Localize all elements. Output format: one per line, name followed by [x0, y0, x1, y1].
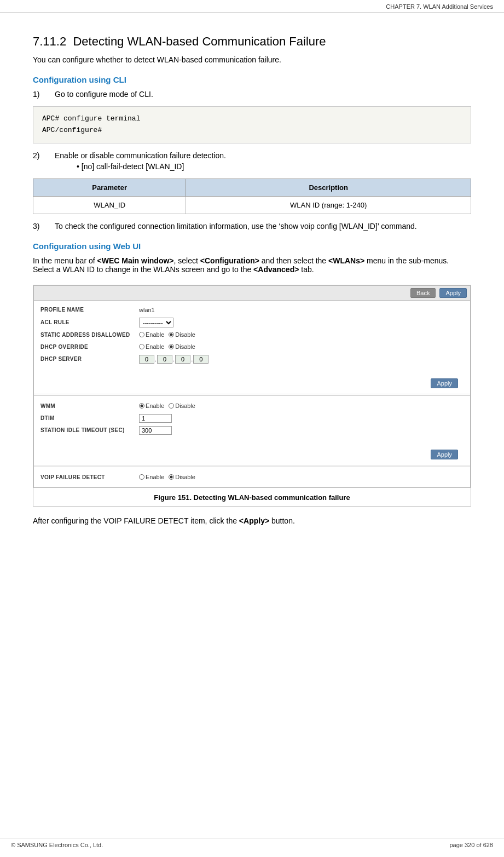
table-header-desc: Description — [186, 179, 471, 196]
wmm-enable-label: Enable — [146, 402, 164, 409]
static-addr-disable-radio[interactable] — [169, 332, 174, 337]
dhcp-server-label: DHCP SERVER — [40, 356, 139, 362]
voip-disable[interactable]: Disable — [169, 474, 195, 480]
ip-input-group: . . . — [139, 355, 208, 364]
section-title: 7.11.2 Detecting WLAN-based Communicatio… — [33, 34, 471, 49]
dhcp-override-disable-radio[interactable] — [169, 344, 174, 349]
static-addr-disable-label: Disable — [175, 331, 195, 338]
after-figure-p1: After configuring the VOIP FAILURE DETEC… — [33, 516, 239, 525]
apply-button-1[interactable]: Apply — [439, 288, 467, 298]
webui-screen: Back Apply PROFILE NAME wlan1 ACL RULE -… — [33, 285, 471, 488]
webui-intro-config: <Configuration> — [200, 256, 259, 265]
webui-intro-p2: , select — [174, 256, 200, 265]
voip-enable-radio[interactable] — [139, 474, 144, 480]
dtim-input[interactable]: 1 — [139, 414, 172, 423]
dhcp-override-row: DHCP OVERRIDE Enable Disable — [40, 341, 464, 353]
dtim-value: 1 — [139, 414, 464, 423]
static-addr-enable[interactable]: Enable — [139, 331, 164, 338]
static-addr-enable-radio[interactable] — [139, 332, 144, 337]
divider-2 — [34, 467, 470, 467]
spacer-1 — [40, 365, 464, 376]
voip-label: VOIP FAILURE DETECT — [40, 474, 139, 480]
wmm-disable[interactable]: Disable — [169, 402, 195, 409]
cli-subsection-title: Configuration using CLI — [33, 75, 471, 84]
webui-intro-wec: <WEC Main window> — [97, 256, 174, 265]
apply-row-1: Apply — [40, 376, 464, 390]
station-idle-label: STATION IDLE TIMEOUT (SEC) — [40, 427, 139, 433]
webui-toolbar: Back Apply — [34, 286, 470, 301]
code-line-2: APC/configure# — [42, 125, 462, 136]
step-1-content: Go to configure mode of CLI. — [55, 90, 471, 99]
station-idle-row: STATION IDLE TIMEOUT (SEC) 300 — [40, 424, 464, 436]
wmm-enable[interactable]: Enable — [139, 402, 164, 409]
apply-button-3[interactable]: Apply — [431, 450, 458, 459]
step-1: 1) Go to configure mode of CLI. — [33, 90, 471, 99]
step3-text: To check the configured connection limit… — [55, 222, 417, 231]
profile-name-label: PROFILE NAME — [40, 307, 139, 313]
step2-text: Enable or disable communication failure … — [55, 151, 471, 160]
step3-num-text: 3) — [33, 222, 39, 231]
step1-text: Go to configure mode of CLI. — [55, 90, 153, 99]
dhcp-override-disable[interactable]: Disable — [169, 343, 195, 350]
code-block: APC# configure terminal APC/configure# — [33, 106, 471, 143]
step2-num-text: 2) — [33, 151, 39, 160]
ip-octet-4[interactable] — [193, 355, 208, 364]
acl-rule-select[interactable]: ---------- — [139, 318, 173, 327]
webui-intro-p5: tab. — [299, 265, 314, 274]
intro-content: You can configure whether to detect WLAN… — [33, 55, 281, 64]
spacer-2 — [40, 436, 464, 447]
webui-title-text: Configuration using Web UI — [33, 241, 141, 251]
voip-disable-radio[interactable] — [169, 474, 174, 480]
wmm-enable-radio[interactable] — [139, 403, 144, 409]
back-button[interactable]: Back — [410, 288, 436, 298]
dtim-label: DTIM — [40, 415, 139, 421]
dhcp-override-radio-group: Enable Disable — [139, 343, 195, 350]
acl-rule-label: ACL RULE — [40, 319, 139, 325]
voip-value: Enable Disable — [139, 474, 464, 481]
static-addr-row: STATIC ADDRESS DISALLOWED Enable Disable — [40, 329, 464, 341]
ip-octet-3[interactable] — [175, 355, 190, 364]
static-addr-disable[interactable]: Disable — [169, 331, 195, 338]
ip-octet-2[interactable] — [157, 355, 172, 364]
webui-subsection-title: Configuration using Web UI — [33, 241, 471, 251]
code-line-1: APC# configure terminal — [42, 113, 462, 125]
dhcp-override-disable-label: Disable — [175, 343, 195, 350]
static-addr-radio-group: Enable Disable — [139, 331, 195, 338]
webui-section-2: WMM Enable Disable — [34, 397, 470, 465]
table-cell-param: WLAN_ID — [33, 196, 186, 214]
figure-container: Back Apply PROFILE NAME wlan1 ACL RULE -… — [33, 285, 471, 507]
webui-intro-advanced: <Advanced> — [253, 265, 299, 274]
chapter-title: CHAPTER 7. WLAN Additional Services — [386, 3, 493, 10]
station-idle-input[interactable]: 300 — [139, 426, 172, 435]
dhcp-server-value: . . . — [139, 355, 464, 364]
wmm-label: WMM — [40, 403, 139, 409]
apply-row-2: Apply — [40, 447, 464, 462]
wmm-radio-group: Enable Disable — [139, 402, 195, 409]
voip-enable-label: Enable — [146, 474, 164, 480]
acl-rule-value[interactable]: ---------- — [139, 318, 464, 327]
wmm-row: WMM Enable Disable — [40, 400, 464, 412]
after-figure-text: After configuring the VOIP FAILURE DETEC… — [33, 516, 471, 525]
figure-caption-text: Figure 151. Detecting WLAN-based communi… — [154, 493, 350, 502]
dhcp-override-label: DHCP OVERRIDE — [40, 344, 139, 350]
table-row: WLAN_ID WLAN ID (range: 1-240) — [33, 196, 471, 214]
after-figure-p2: button. — [269, 516, 295, 525]
step-2-content: Enable or disable communication failure … — [55, 151, 471, 171]
step2-bullet: • [no] call-fail-detect [WLAN_ID] — [77, 162, 471, 171]
figure-caption: Figure 151. Detecting WLAN-based communi… — [33, 493, 471, 502]
footer-copyright: © SAMSUNG Electronics Co., Ltd. — [11, 842, 103, 848]
table-cell-desc: WLAN ID (range: 1-240) — [186, 196, 471, 214]
dhcp-override-enable-radio[interactable] — [139, 344, 144, 349]
after-figure-apply: <Apply> — [239, 516, 269, 525]
apply-button-2[interactable]: Apply — [431, 378, 458, 388]
wmm-disable-radio[interactable] — [169, 403, 174, 409]
voip-enable[interactable]: Enable — [139, 474, 164, 480]
table-header-param: Parameter — [33, 179, 186, 196]
webui-intro-p1: In the menu bar of — [33, 256, 97, 265]
step-3: 3) To check the configured connection li… — [33, 222, 471, 231]
parameter-table: Parameter Description WLAN_ID WLAN ID (r… — [33, 179, 471, 214]
dhcp-override-enable[interactable]: Enable — [139, 343, 164, 350]
ip-octet-1[interactable] — [139, 355, 154, 364]
section-number: 7.11.2 — [33, 34, 66, 48]
static-addr-enable-label: Enable — [146, 331, 164, 338]
